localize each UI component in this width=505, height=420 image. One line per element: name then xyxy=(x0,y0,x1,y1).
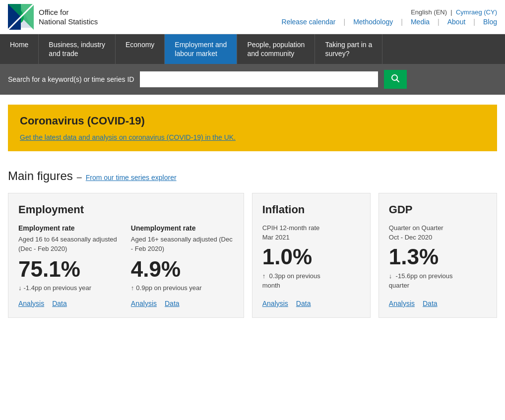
search-icon xyxy=(391,74,400,83)
logo-area: Office for National Statistics xyxy=(8,4,98,30)
unemployment-rate-desc: Aged 16+ seasonally adjusted (Dec - Feb … xyxy=(131,235,234,253)
unemployment-rate-label: Unemployment rate xyxy=(131,224,234,232)
search-button[interactable] xyxy=(384,70,407,89)
covid-banner: Coronavirus (COVID-19) Get the latest da… xyxy=(8,105,497,151)
nav-release-calendar[interactable]: Release calendar xyxy=(282,18,336,26)
top-nav: Release calendar | Methodology | Media |… xyxy=(282,18,497,26)
main-navigation: Home Business, industryand trade Economy… xyxy=(0,34,505,64)
gdp-card: GDP Quarter on Quarter Oct - Dec 2020 1.… xyxy=(379,193,497,317)
inflation-change: ↑ 0.3pp on previousmonth xyxy=(262,272,360,290)
inflation-value: 1.0% xyxy=(262,246,360,268)
language-bar: English (EN) | Cymraeg (CY) xyxy=(282,8,497,16)
nav-home[interactable]: Home xyxy=(0,34,39,64)
top-header: Office for National Statistics English (… xyxy=(0,0,505,34)
employment-card: Employment Employment rate Aged 16 to 64… xyxy=(8,193,244,317)
unemployment-rate-change-text: 0.9pp on previous year xyxy=(136,284,201,292)
unemployment-rate-links: Analysis Data xyxy=(131,300,234,307)
top-right-area: English (EN) | Cymraeg (CY) Release cale… xyxy=(282,8,497,26)
gdp-sub-label: Quarter on Quarter xyxy=(389,224,487,232)
unemployment-rate-value: 4.9% xyxy=(131,258,234,280)
main-figures-heading: Main figures – From our time series expl… xyxy=(8,169,497,183)
inflation-arrow: ↑ xyxy=(262,272,266,280)
employment-rate-desc: Aged 16 to 64 seasonally adjusted (Dec -… xyxy=(18,235,121,253)
inflation-card: Inflation CPIH 12-month rate Mar 2021 1.… xyxy=(252,193,371,317)
search-section: Search for a keyword(s) or time series I… xyxy=(0,64,505,95)
gdp-analysis-link[interactable]: Analysis xyxy=(389,300,415,307)
nav-methodology[interactable]: Methodology xyxy=(353,18,393,26)
inflation-change-text: 0.3pp on previousmonth xyxy=(262,272,320,289)
nav-business[interactable]: Business, industryand trade xyxy=(39,34,116,64)
unemployment-rate-arrow: ↑ xyxy=(131,284,134,292)
gdp-arrow: ↓ xyxy=(389,272,392,280)
unemployment-rate-change: ↑ 0.9pp on previous year xyxy=(131,284,234,292)
unemployment-rate-analysis-link[interactable]: Analysis xyxy=(131,300,157,307)
employment-rate-change: ↓ -1.4pp on previous year xyxy=(18,284,121,292)
employment-rate-value: 75.1% xyxy=(18,258,121,280)
unemployment-rate-data-link[interactable]: Data xyxy=(165,300,180,307)
employment-rate-col: Employment rate Aged 16 to 64 seasonally… xyxy=(18,224,121,307)
nav-economy[interactable]: Economy xyxy=(116,34,165,64)
nav-blog[interactable]: Blog xyxy=(483,18,497,26)
nav-employment[interactable]: Employment andlabour market xyxy=(165,34,237,64)
nav-media[interactable]: Media xyxy=(411,18,430,26)
unemployment-rate-col: Unemployment rate Aged 16+ seasonally ad… xyxy=(131,224,234,307)
org-name: Office for National Statistics xyxy=(39,7,98,27)
employment-columns: Employment rate Aged 16 to 64 seasonally… xyxy=(18,224,234,307)
employment-rate-analysis-link[interactable]: Analysis xyxy=(18,300,44,307)
gdp-change: ↓ -15.6pp on previousquarter xyxy=(389,272,487,290)
search-input[interactable] xyxy=(140,71,378,87)
cards-row: Employment Employment rate Aged 16 to 64… xyxy=(0,193,505,332)
inflation-sub-label: CPIH 12-month rate xyxy=(262,224,360,232)
gdp-card-title: GDP xyxy=(389,203,487,216)
inflation-data-link[interactable]: Data xyxy=(296,300,311,307)
covid-link[interactable]: Get the latest data and analysis on coro… xyxy=(20,133,236,141)
employment-rate-change-text: -1.4pp on previous year xyxy=(24,284,92,292)
gdp-data-link[interactable]: Data xyxy=(423,300,438,307)
inflation-card-title: Inflation xyxy=(262,203,360,216)
main-figures-section: Main figures – From our time series expl… xyxy=(0,161,505,183)
svg-line-10 xyxy=(397,80,399,82)
employment-rate-data-link[interactable]: Data xyxy=(52,300,67,307)
nav-people[interactable]: People, populationand community xyxy=(237,34,315,64)
nav-survey[interactable]: Taking part in asurvey? xyxy=(315,34,382,64)
ons-logo-icon xyxy=(8,4,34,30)
search-label: Search for a keyword(s) or time series I… xyxy=(8,75,134,83)
nav-about[interactable]: About xyxy=(447,18,466,26)
employment-rate-arrow: ↓ xyxy=(18,284,22,292)
covid-title: Coronavirus (COVID-19) xyxy=(20,115,485,127)
inflation-sub-date: Mar 2021 xyxy=(262,234,360,241)
inflation-links: Analysis Data xyxy=(262,300,360,307)
employment-rate-label: Employment rate xyxy=(18,224,121,232)
employment-card-title: Employment xyxy=(18,203,234,216)
lang-welsh-link[interactable]: Cymraeg (CY) xyxy=(456,8,497,16)
gdp-sub-date: Oct - Dec 2020 xyxy=(389,234,487,241)
time-series-link[interactable]: From our time series explorer xyxy=(86,174,177,181)
employment-rate-links: Analysis Data xyxy=(18,300,121,307)
lang-english-label: English (EN) xyxy=(411,8,447,16)
gdp-value: 1.3% xyxy=(389,246,487,268)
gdp-links: Analysis Data xyxy=(389,300,487,307)
inflation-analysis-link[interactable]: Analysis xyxy=(262,300,288,307)
gdp-change-text: -15.6pp on previousquarter xyxy=(389,272,453,289)
